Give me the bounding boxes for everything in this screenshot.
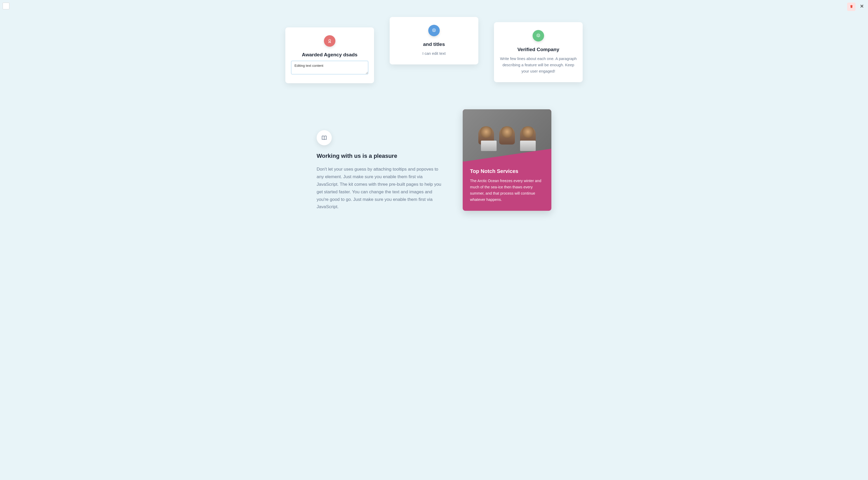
close-button[interactable]: ✕ [858,3,865,10]
card-body: Write few lines about each one. A paragr… [500,56,577,74]
service-title: Top Notch Services [470,168,544,174]
working-heading: Working with us is a pleasure [317,153,442,159]
drag-handle[interactable] [3,3,9,9]
service-image [463,109,551,161]
working-text-block: Working with us is a pleasure Don't let … [317,109,442,211]
service-card[interactable]: Top Notch Services The Arctic Ocean free… [463,109,551,211]
card-title: Verified Company [500,47,577,53]
card-title: Awarded Agency dsads [291,52,368,58]
service-body: The Arctic Ocean freezes every winter an… [470,178,544,203]
trash-icon [849,4,854,9]
feature-card-titles[interactable]: and titles I can edit text [390,17,478,64]
edit-text-input[interactable] [291,61,368,74]
delete-button[interactable] [847,3,856,11]
feature-card-awarded[interactable]: Awarded Agency dsads [285,27,374,83]
card-title: and titles [395,41,473,47]
card-body: I can edit text [395,50,473,57]
award-icon [324,35,335,47]
svg-point-0 [329,39,331,41]
working-body: Don't let your uses guess by attaching t… [317,166,442,211]
feature-card-verified[interactable]: Verified Company Write few lines about e… [494,22,583,82]
fingerprint-icon [533,30,544,41]
close-icon: ✕ [860,3,864,9]
book-icon [317,130,332,145]
fingerprint-icon [428,25,440,36]
